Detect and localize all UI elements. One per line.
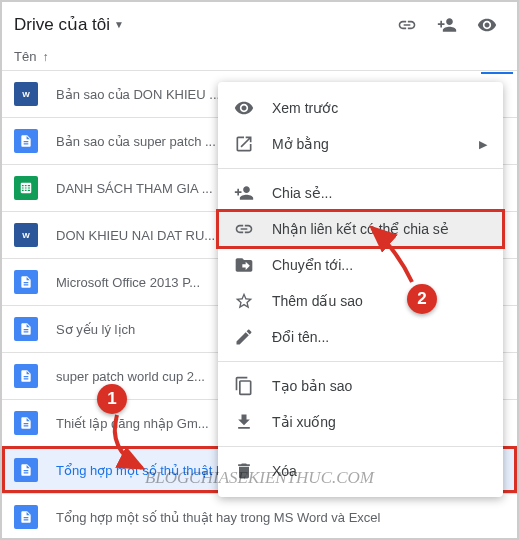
file-row[interactable]: Tổng hợp một số thủ thuật hay trong MS W… — [2, 493, 517, 540]
docs-file-icon — [14, 505, 38, 529]
drive-title[interactable]: Drive của tôi — [14, 14, 110, 35]
menu-divider — [218, 361, 503, 362]
column-name-label: Tên — [14, 49, 36, 64]
link-icon — [234, 219, 254, 239]
file-name-label: Sơ yếu lý lịch — [56, 322, 135, 337]
file-name-label: Bản sao của DON KHIEU ... — [56, 87, 220, 102]
column-header[interactable]: Tên ↑ — [2, 43, 517, 70]
menu-share-label: Chia sẻ... — [272, 185, 332, 201]
menu-divider — [218, 168, 503, 169]
menu-move-to-label: Chuyển tới... — [272, 257, 353, 273]
menu-make-copy-label: Tạo bản sao — [272, 378, 352, 394]
chevron-right-icon: ▶ — [479, 138, 487, 151]
download-icon — [234, 412, 254, 432]
docs-file-icon — [14, 364, 38, 388]
menu-make-copy[interactable]: Tạo bản sao — [218, 368, 503, 404]
file-name-label: super patch world cup 2... — [56, 369, 205, 384]
menu-open-with-label: Mở bằng — [272, 136, 329, 152]
docs-file-icon — [14, 317, 38, 341]
menu-get-link-label: Nhận liên kết có thể chia sẻ — [272, 221, 449, 237]
sort-arrow-up-icon[interactable]: ↑ — [42, 50, 48, 64]
get-link-icon[interactable] — [397, 15, 417, 35]
menu-share[interactable]: Chia sẻ... — [218, 175, 503, 211]
annotation-step-1: 1 — [97, 384, 127, 414]
copy-icon — [234, 376, 254, 396]
header-bar: Drive của tôi ▼ — [2, 2, 517, 43]
docs-file-icon — [14, 270, 38, 294]
annotation-step-2: 2 — [407, 284, 437, 314]
svg-text:W: W — [22, 231, 30, 240]
docs-file-icon — [14, 458, 38, 482]
menu-rename-label: Đổi tên... — [272, 329, 329, 345]
menu-divider — [218, 446, 503, 447]
docs-file-icon — [14, 411, 38, 435]
trash-icon — [234, 461, 254, 481]
file-name-label: Bản sao của super patch ... — [56, 134, 216, 149]
menu-rename[interactable]: Đổi tên... — [218, 319, 503, 355]
docs-file-icon — [14, 129, 38, 153]
open-with-icon — [234, 134, 254, 154]
menu-get-link[interactable]: Nhận liên kết có thể chia sẻ — [218, 211, 503, 247]
menu-remove-label: Xóa — [272, 463, 297, 479]
menu-remove[interactable]: Xóa — [218, 453, 503, 489]
pencil-icon — [234, 327, 254, 347]
menu-move-to[interactable]: Chuyển tới... — [218, 247, 503, 283]
context-menu: Xem trước Mở bằng ▶ Chia sẻ... Nhận liên… — [218, 82, 503, 497]
menu-preview[interactable]: Xem trước — [218, 90, 503, 126]
star-icon — [234, 291, 254, 311]
person-add-icon — [234, 183, 254, 203]
menu-download[interactable]: Tải xuống — [218, 404, 503, 440]
svg-text:W: W — [22, 90, 30, 99]
file-name-label: Microsoft Office 2013 P... — [56, 275, 200, 290]
file-name-label: DON KHIEU NAI DAT RU... — [56, 228, 215, 243]
menu-preview-label: Xem trước — [272, 100, 338, 116]
menu-add-star-label: Thêm dấu sao — [272, 293, 363, 309]
sheets-file-icon — [14, 176, 38, 200]
menu-add-star[interactable]: Thêm dấu sao — [218, 283, 503, 319]
word-file-icon: W — [14, 82, 38, 106]
file-name-label: DANH SÁCH THAM GIA ... — [56, 181, 213, 196]
word-file-icon: W — [14, 223, 38, 247]
file-name-label: Thiết lập đăng nhập Gm... — [56, 416, 209, 431]
eye-icon — [234, 98, 254, 118]
menu-open-with[interactable]: Mở bằng ▶ — [218, 126, 503, 162]
add-person-icon[interactable] — [437, 15, 457, 35]
preview-eye-icon[interactable] — [477, 15, 497, 35]
folder-move-icon — [234, 255, 254, 275]
file-name-label: Tổng hợp một số thủ thuật hay trong MS W… — [56, 510, 381, 525]
menu-download-label: Tải xuống — [272, 414, 336, 430]
dropdown-arrow-icon[interactable]: ▼ — [114, 19, 124, 30]
